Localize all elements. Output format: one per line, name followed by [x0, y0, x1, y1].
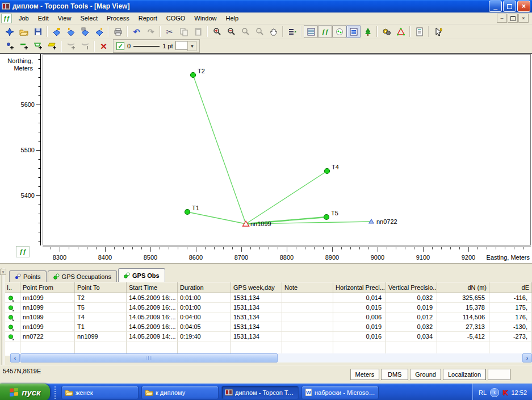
map-canvas[interactable]: 560055005400Northing,Meters8300840085008… [0, 54, 532, 269]
process-gps-button[interactable] [379, 25, 393, 38]
map-point-T4[interactable] [325, 169, 330, 174]
tab-gps-occupations[interactable]: GPS Occupations [48, 270, 117, 282]
scroll-left-arrow[interactable]: ‹ [10, 353, 20, 363]
close-panel-button[interactable]: x [0, 269, 6, 275]
menu-item-help[interactable]: Help [221, 14, 243, 23]
scrollbar-thumb[interactable] [20, 353, 278, 363]
menu-item-process[interactable]: Process [102, 14, 134, 23]
open-job-button[interactable] [16, 25, 31, 38]
hide-icons-chevron[interactable]: ‹ [490, 388, 499, 397]
restore-button[interactable] [503, 1, 516, 12]
delete-button[interactable]: ✕ [97, 40, 111, 53]
menu-item-select[interactable]: Select [76, 14, 102, 23]
horizontal-scrollbar[interactable]: ‹ › [10, 353, 532, 363]
column-header-1[interactable]: Point From [20, 282, 75, 293]
menu-item-window[interactable]: Window [190, 14, 221, 23]
tab-gps-obs[interactable]: GPS Obs [118, 268, 165, 282]
map-panel-splitter[interactable] [0, 263, 532, 268]
import-from-device-button[interactable] [64, 25, 78, 38]
zoom-window-button[interactable] [238, 25, 252, 38]
column-header-8[interactable]: Vertical Precisio... [386, 282, 437, 293]
append-to-line-button[interactable] [64, 40, 78, 53]
3d-view-button[interactable] [361, 25, 375, 38]
module-select-button[interactable] [431, 25, 445, 38]
column-header-0[interactable]: I.. [5, 282, 20, 293]
options-button[interactable] [285, 25, 299, 38]
table-row[interactable]: nn1099T114.05.2009 16:...0:04:051531,134… [5, 322, 532, 332]
table-row[interactable]: nn0722nn109914.05.2009 14:...0:19:401531… [5, 332, 532, 341]
undo-button[interactable]: ↶ [129, 25, 144, 38]
column-header-4[interactable]: Duration [178, 282, 231, 293]
column-header-3[interactable]: Start Time [127, 282, 178, 293]
column-header-5[interactable]: GPS week,day [231, 282, 282, 293]
table-row[interactable]: nn1099T414.05.2009 16:...0:04:001531,134… [5, 312, 532, 322]
panel-grip[interactable] [0, 268, 5, 365]
redo-button[interactable]: ↷ [144, 25, 158, 38]
export-to-device-button[interactable] [92, 25, 106, 38]
menu-item-cogo[interactable]: COGO [162, 14, 190, 23]
tray-rl-indicator[interactable]: RL [479, 389, 487, 396]
menu-item-edit[interactable]: Edit [33, 14, 53, 23]
map-view[interactable]: 560055005400Northing,Meters8300840085008… [0, 53, 532, 268]
print-button[interactable] [111, 25, 125, 38]
mdi-restore-button[interactable] [508, 14, 518, 23]
kaspersky-tray-icon[interactable]: K [502, 388, 508, 397]
map-point-T1[interactable] [185, 210, 190, 215]
table-row[interactable]: nn1099T514.05.2009 16:...0:01:001531,134… [5, 303, 532, 312]
cell-r0-c4: 1531,134 [231, 293, 282, 303]
map-view-button[interactable]: ƒƒ [318, 25, 332, 38]
start-button[interactable]: пуск [0, 384, 50, 400]
taskbar-task-2[interactable]: к диплому [141, 386, 219, 399]
add-polygon-button[interactable] [31, 40, 45, 53]
map-point-T2[interactable] [191, 73, 196, 78]
line-color-dropdown-button[interactable]: ▼ [187, 41, 196, 51]
column-header-10[interactable]: dE [489, 282, 532, 293]
mdi-close-button[interactable]: × [518, 14, 529, 23]
import-button[interactable] [49, 25, 64, 38]
mdi-minimize-button[interactable]: – [497, 14, 507, 23]
new-job-button[interactable] [2, 25, 16, 38]
occupation-view-button[interactable] [332, 25, 346, 38]
map-view-mini-icon[interactable]: ƒƒ [16, 246, 30, 257]
close-button[interactable]: × [517, 1, 530, 12]
line-color-swatch[interactable] [175, 41, 188, 50]
menu-item-view[interactable]: View [53, 14, 76, 23]
add-line-button[interactable] [16, 40, 31, 53]
export-button[interactable] [78, 25, 92, 38]
cad-view-button[interactable] [346, 25, 361, 38]
menu-item-report[interactable]: Report [134, 14, 162, 23]
table-row[interactable]: nn1099T214.05.2009 16:...0:01:001531,134… [5, 293, 532, 303]
column-header-2[interactable]: Point To [75, 282, 127, 293]
close-line-button[interactable] [78, 40, 92, 53]
menu-item-job[interactable]: Job [14, 14, 33, 23]
zoom-in-button[interactable] [210, 25, 224, 38]
minimize-button[interactable]: _ [489, 1, 502, 12]
column-header-7[interactable]: Horizontal Preci... [333, 282, 386, 293]
cut-button[interactable]: ✂ [162, 25, 177, 38]
restore-zoom-button[interactable] [252, 25, 266, 38]
status-toggle-meters[interactable]: Meters [350, 369, 380, 380]
taskbar-task-4[interactable]: Wнаброски - Microsoft ... [301, 386, 379, 399]
taskbar-task-3[interactable]: диплом - Topcon Too... [221, 386, 299, 399]
tabular-view-button[interactable] [304, 25, 318, 38]
tab-points[interactable]: Points [9, 270, 47, 282]
status-toggle-ground[interactable]: Ground [410, 369, 441, 380]
taskbar-task-1[interactable]: женек [61, 386, 139, 399]
adjustment-button[interactable] [393, 25, 408, 38]
quick-launch-grip[interactable] [55, 386, 58, 399]
add-surface-button[interactable] [45, 40, 59, 53]
add-point-button[interactable] [2, 40, 16, 53]
save-job-button[interactable] [31, 25, 45, 38]
status-toggle-localization[interactable]: Localization [443, 369, 486, 380]
scroll-right-arrow[interactable]: › [522, 353, 532, 363]
map-point-T5[interactable] [324, 215, 329, 220]
status-toggle-dms[interactable]: DMS [381, 369, 408, 380]
column-header-9[interactable]: dN (m) [437, 282, 489, 293]
paste-button[interactable] [191, 25, 205, 38]
pan-button[interactable] [266, 25, 280, 38]
zoom-out-button[interactable] [224, 25, 238, 38]
copy-button[interactable] [177, 25, 191, 38]
column-header-6[interactable]: Note [282, 282, 333, 293]
report-button[interactable] [412, 25, 426, 38]
linework-enabled-checkbox[interactable]: ✓ [116, 42, 124, 50]
